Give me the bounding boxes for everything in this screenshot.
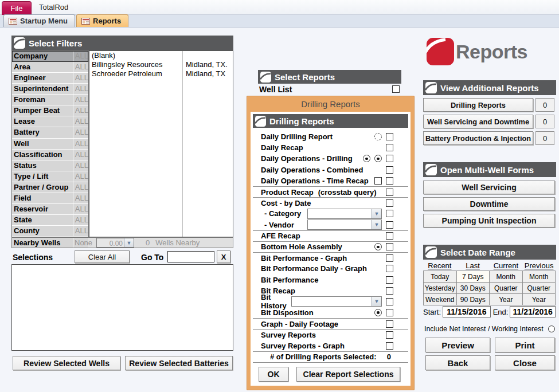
radio-button[interactable]	[363, 155, 370, 162]
date-range-button[interactable]: Weekend	[424, 294, 457, 305]
report-checkbox[interactable]	[386, 144, 393, 151]
report-checkbox[interactable]	[386, 298, 393, 305]
multi-well-form-button[interactable]: Well Servicing	[423, 181, 555, 194]
tab-reports[interactable]: Reports	[76, 14, 128, 27]
date-column-header: Current	[490, 261, 523, 270]
close-button[interactable]: Close	[495, 355, 555, 370]
list-item[interactable]: Schroeder Petroleum Midland, TX	[89, 69, 233, 79]
report-checkbox[interactable]	[386, 254, 393, 262]
report-checkbox[interactable]	[386, 155, 393, 162]
report-checkbox[interactable]	[386, 166, 393, 174]
multi-well-form-button[interactable]: Pumping Unit Inspection	[423, 214, 555, 228]
filter-row[interactable]: Engineer ALL	[12, 73, 88, 84]
report-checkbox[interactable]	[386, 287, 393, 295]
date-range-button[interactable]: Year	[523, 294, 556, 305]
date-range-button[interactable]: 30 Days	[457, 283, 490, 294]
report-count-box: 0	[535, 98, 554, 112]
date-range-button[interactable]: 7 Days	[457, 271, 490, 283]
date-range-button[interactable]: Yesterday	[424, 283, 457, 294]
report-combo[interactable]: ▼	[307, 209, 382, 219]
filter-row[interactable]: Type / Lift ALL	[12, 171, 88, 182]
file-button[interactable]: File	[2, 1, 32, 15]
nearby-mode[interactable]: None	[73, 238, 88, 248]
count-label: # of Drilling Reports Selected:	[270, 352, 377, 361]
report-checkbox[interactable]	[386, 342, 393, 350]
date-range-button[interactable]: Month	[490, 271, 523, 283]
list-item[interactable]: (Blank)	[89, 51, 233, 60]
filter-row[interactable]: Lease ALL	[12, 116, 88, 127]
filter-row[interactable]: Foreman ALL	[12, 95, 88, 105]
report-combo[interactable]: ▼	[291, 296, 382, 307]
net-interest-row: Include Net Interest / Working Interest	[424, 325, 555, 333]
goto-clear-button[interactable]: X	[217, 250, 230, 263]
report-checkbox[interactable]	[386, 265, 393, 272]
filter-row[interactable]: Area ALL	[12, 62, 88, 73]
additional-report-button[interactable]: Battery Production & Injection	[423, 131, 533, 145]
filter-row[interactable]: Well ALL	[12, 139, 88, 150]
radio-button[interactable]	[374, 155, 382, 162]
report-checkbox[interactable]	[386, 177, 393, 185]
filter-row[interactable]: County ALL	[12, 226, 88, 237]
net-interest-radio[interactable]	[548, 326, 555, 332]
date-range-button[interactable]: Quarter	[490, 283, 523, 294]
list-item[interactable]: Billingsley Resources Midland, TX.	[89, 60, 233, 69]
filter-row[interactable]: Pumper Beat ALL	[12, 105, 88, 116]
date-range-button[interactable]: Today	[424, 271, 457, 283]
clear-report-selections-button[interactable]: Clear Report Selections	[296, 367, 400, 382]
nearby-distance-combo[interactable]: 0.00 ▼	[96, 238, 134, 248]
back-button[interactable]: Back	[425, 355, 490, 370]
additional-report-button[interactable]: Drilling Reports	[423, 98, 533, 112]
filter-row[interactable]: Status ALL	[12, 160, 88, 171]
app-title: TotalRod	[39, 0, 68, 15]
date-range-button[interactable]: Year	[490, 294, 523, 305]
select-reports-header: Select Reports	[258, 70, 401, 84]
preview-button[interactable]: Preview	[425, 338, 490, 352]
report-list: Daily Drilling Report	[253, 131, 408, 351]
multi-well-form-button[interactable]: Downtime	[423, 197, 555, 211]
report-checkbox[interactable]	[386, 189, 393, 196]
report-combo[interactable]: ▼	[307, 219, 382, 230]
report-checkbox[interactable]	[386, 331, 393, 339]
report-checkbox[interactable]	[386, 320, 393, 328]
chevron-down-icon[interactable]: ▼	[372, 297, 381, 306]
report-checkbox[interactable]	[386, 309, 393, 316]
filter-row[interactable]: Partner / Group ALL	[12, 182, 88, 193]
radio-button[interactable]	[374, 309, 382, 316]
date-range-button[interactable]: Month	[523, 271, 556, 283]
filter-row[interactable]: State ALL	[12, 215, 88, 226]
date-range-button[interactable]: 90 Days	[457, 294, 490, 305]
well-list-checkbox[interactable]	[392, 85, 400, 93]
date-range-button[interactable]: Quarter	[523, 283, 556, 294]
report-checkbox[interactable]	[386, 199, 393, 207]
filter-row[interactable]: Classification ALL	[12, 150, 88, 160]
selections-listbox[interactable]	[11, 264, 233, 351]
report-checkbox[interactable]	[386, 133, 393, 140]
filter-row[interactable]: Field ALL	[12, 193, 88, 204]
report-checkbox[interactable]	[386, 210, 393, 217]
report-checkbox[interactable]	[386, 221, 393, 229]
print-button[interactable]: Print	[495, 338, 555, 352]
chevron-down-icon[interactable]: ▼	[372, 209, 381, 218]
review-selected-batteries-button[interactable]: Review Selected Batteries	[125, 356, 233, 370]
chevron-down-icon[interactable]: ▼	[124, 238, 134, 247]
report-label: Bit Disposition	[261, 308, 314, 317]
filter-row[interactable]: Battery ALL	[12, 127, 88, 138]
radio-button[interactable]	[374, 243, 382, 250]
company-listbox[interactable]: (Blank) Billingsley Resources Midland, T…	[89, 50, 233, 237]
additional-report-button[interactable]: Well Servicing and Downtime	[423, 115, 533, 128]
end-date-field[interactable]: 11/21/2016	[510, 306, 556, 317]
start-date-field[interactable]: 11/15/2016	[443, 306, 491, 317]
filter-row[interactable]: Company ALL	[12, 51, 88, 62]
chevron-down-icon[interactable]: ▼	[372, 220, 381, 229]
report-checkbox[interactable]	[386, 232, 393, 240]
review-selected-wells-button[interactable]: Review Selected Wells	[13, 356, 120, 370]
ok-button[interactable]: OK	[259, 367, 288, 382]
secondary-checkbox[interactable]	[374, 177, 382, 185]
tab-startup-menu[interactable]: Startup Menu	[3, 14, 75, 27]
clear-all-button[interactable]: Clear All	[75, 250, 130, 263]
filter-row[interactable]: Reservoir ALL	[12, 204, 88, 215]
report-checkbox[interactable]	[386, 276, 393, 284]
goto-input[interactable]	[167, 251, 214, 262]
report-checkbox[interactable]	[386, 243, 393, 250]
filter-row[interactable]: Superintendent ALL	[12, 84, 88, 95]
